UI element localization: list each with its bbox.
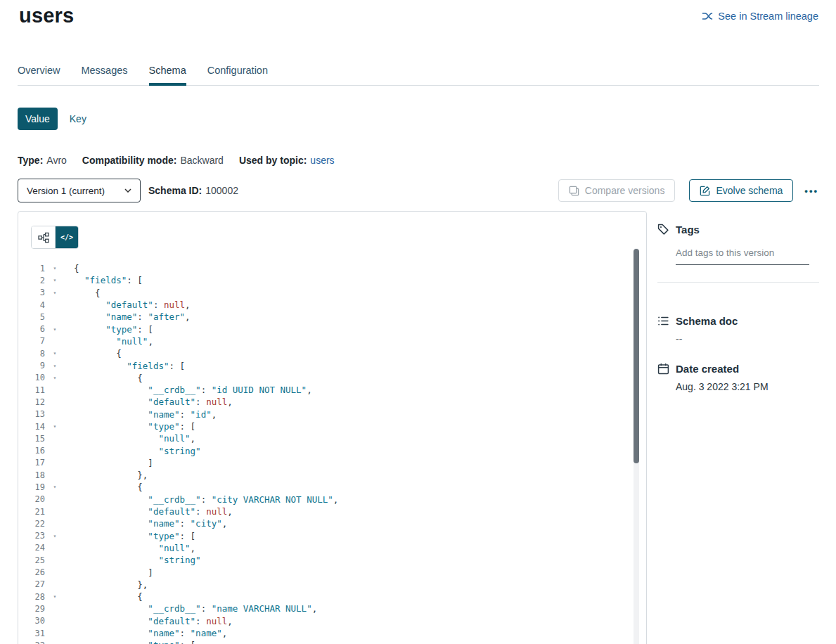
code-lines: 1▾{2▾ "fields": [3▾ {4 "default": null,5… xyxy=(18,262,632,644)
line-number: 26 xyxy=(18,567,45,577)
code-line: 5 "name": "after", xyxy=(18,311,632,323)
fold-toggle-icon[interactable]: ▾ xyxy=(49,533,60,539)
fold-toggle-icon[interactable]: ▾ xyxy=(49,277,60,283)
code-text: { xyxy=(74,591,143,602)
list-icon xyxy=(657,315,669,327)
tab-overview[interactable]: Overview xyxy=(18,58,60,85)
line-number: 31 xyxy=(18,629,45,638)
line-number: 9 xyxy=(18,361,45,371)
code-line: 17 ] xyxy=(18,457,632,469)
line-number: 2 xyxy=(18,276,45,285)
add-tags-input[interactable] xyxy=(676,247,809,265)
more-actions-button[interactable]: ••• xyxy=(804,186,818,195)
fold-toggle-icon[interactable]: ▾ xyxy=(49,423,60,430)
code-text: "fields": [ xyxy=(74,275,143,285)
key-toggle-button[interactable]: Key xyxy=(58,108,98,130)
code-line: 10▾ { xyxy=(18,372,632,384)
tab-configuration[interactable]: Configuration xyxy=(207,58,268,85)
code-line: 9▾ "fields": [ xyxy=(18,359,632,371)
stream-lineage-label: See in Stream lineage xyxy=(718,11,818,22)
code-line: 31 "name": "name", xyxy=(18,627,632,639)
code-text: "type": [ xyxy=(74,421,195,432)
meta-compat: Compatibility mode:Backward xyxy=(82,155,224,166)
code-text: "default": null, xyxy=(74,506,233,517)
schema-sidebar: Tags Schema doc -- xyxy=(657,224,819,392)
code-line: 23▾ "type": [ xyxy=(18,530,632,542)
code-line: 32▾ "type": [ xyxy=(18,639,632,644)
version-select[interactable]: Version 1 (current) xyxy=(18,179,141,202)
line-number: 19 xyxy=(18,482,45,492)
schema-id-label: Schema ID: xyxy=(148,185,202,196)
code-text: { xyxy=(74,373,143,383)
code-line: 20 "__crdb__": "city VARCHAR NOT NULL", xyxy=(18,494,632,505)
code-line: 24 "null", xyxy=(18,542,632,554)
meta-type: Type:Avro xyxy=(18,155,67,166)
line-number: 17 xyxy=(18,458,45,468)
code-line: 4 "default": null, xyxy=(18,299,632,311)
sidebar-divider xyxy=(657,282,819,283)
code-view-button[interactable]: </> xyxy=(55,226,78,248)
line-number: 3 xyxy=(18,288,45,297)
value-toggle-button[interactable]: Value xyxy=(18,108,58,130)
topic-link[interactable]: users xyxy=(310,155,334,166)
line-number: 32 xyxy=(18,640,45,644)
line-number: 16 xyxy=(18,446,45,456)
fold-toggle-icon[interactable]: ▾ xyxy=(49,350,60,356)
tab-bar: Overview Messages Schema Configuration xyxy=(18,58,819,86)
code-text: "name": "after", xyxy=(74,311,191,322)
schema-doc-header: Schema doc xyxy=(657,315,819,327)
code-text: "null", xyxy=(74,433,195,444)
code-line: 14▾ "type": [ xyxy=(18,420,632,432)
fold-toggle-icon[interactable]: ▾ xyxy=(49,484,60,490)
code-text: { xyxy=(74,263,79,273)
code-view-icon: </> xyxy=(60,233,73,241)
compare-versions-button[interactable]: Compare versions xyxy=(558,179,676,202)
evolve-schema-icon xyxy=(700,186,710,196)
code-text: "type": [ xyxy=(74,531,195,541)
fold-toggle-icon[interactable]: ▾ xyxy=(49,326,60,333)
schema-code-viewer[interactable]: 1▾{2▾ "fields": [3▾ {4 "default": null,5… xyxy=(18,262,632,644)
meta-topic: Used by topic:users xyxy=(239,155,335,166)
date-created-section: Date created Aug. 3 2022 3:21 PM xyxy=(657,363,819,392)
line-number: 1 xyxy=(18,264,45,273)
fold-toggle-icon[interactable]: ▾ xyxy=(49,290,60,296)
calendar-icon xyxy=(657,363,669,375)
fold-toggle-icon[interactable]: ▾ xyxy=(49,363,60,369)
code-text: "null", xyxy=(74,543,195,553)
tags-section-header: Tags xyxy=(657,224,819,236)
line-number: 10 xyxy=(18,373,45,382)
schema-id-value: 100002 xyxy=(205,185,238,196)
code-text: ] xyxy=(74,567,153,578)
code-line: 29 "__crdb__": "name VARCHAR NULL", xyxy=(18,603,632,614)
meta-type-value: Avro xyxy=(46,155,67,166)
chevron-down-icon xyxy=(124,188,131,193)
code-text: { xyxy=(74,348,122,359)
compare-versions-icon xyxy=(569,186,579,196)
code-text: "name": "city", xyxy=(74,518,227,529)
code-text: "null", xyxy=(74,336,153,347)
code-line: 27 }, xyxy=(18,579,632,591)
tree-view-icon xyxy=(38,232,49,243)
tab-schema[interactable]: Schema xyxy=(149,58,186,85)
code-text: ] xyxy=(74,458,153,468)
scrollbar-thumb[interactable] xyxy=(634,249,639,463)
fold-toggle-icon[interactable]: ▾ xyxy=(49,375,60,381)
line-number: 27 xyxy=(18,579,45,589)
tab-messages[interactable]: Messages xyxy=(81,58,127,85)
line-number: 28 xyxy=(18,592,45,602)
line-number: 14 xyxy=(18,422,45,432)
fold-toggle-icon[interactable]: ▾ xyxy=(49,265,60,271)
code-text: "default": null, xyxy=(74,300,191,310)
schema-editor-panel: </> 1▾{2▾ "fields": [3▾ {4 "default": nu… xyxy=(18,211,647,644)
schema-id: Schema ID:100002 xyxy=(148,185,238,196)
tree-view-button[interactable] xyxy=(32,226,55,248)
code-line: 3▾ { xyxy=(18,287,632,299)
meta-type-label: Type: xyxy=(18,155,43,166)
fold-toggle-icon[interactable]: ▾ xyxy=(49,593,60,600)
compare-versions-label: Compare versions xyxy=(585,185,665,196)
evolve-schema-button[interactable]: Evolve schema xyxy=(689,179,793,202)
stream-lineage-link[interactable]: See in Stream lineage xyxy=(702,11,818,22)
line-number: 12 xyxy=(18,397,45,407)
code-line: 8▾ { xyxy=(18,347,632,359)
schema-doc-title: Schema doc xyxy=(676,315,738,327)
